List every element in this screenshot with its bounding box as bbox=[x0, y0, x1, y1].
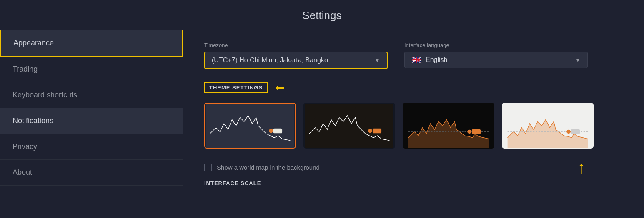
svg-point-6 bbox=[368, 129, 372, 133]
svg-rect-12 bbox=[472, 129, 481, 134]
timezone-group: Timezone (UTC+7) Ho Chi Minh, Jakarta, B… bbox=[204, 42, 388, 69]
svg-point-2 bbox=[269, 129, 273, 133]
svg-rect-4 bbox=[305, 104, 393, 148]
sidebar-item-trading[interactable]: Trading bbox=[0, 57, 183, 82]
timezone-select[interactable]: (UTC+7) Ho Chi Minh, Jakarta, Bangko... … bbox=[204, 52, 388, 69]
world-map-label: Show a world map in the background bbox=[217, 164, 320, 171]
arrow-left-icon: ⬅ bbox=[275, 81, 285, 94]
world-map-checkbox[interactable] bbox=[204, 164, 212, 171]
sidebar: Appearance Trading Keyboard shortcuts No… bbox=[0, 30, 183, 218]
page-title: Settings bbox=[0, 0, 644, 30]
language-chevron-icon: ▼ bbox=[575, 57, 581, 63]
timezone-label: Timezone bbox=[204, 42, 388, 48]
sidebar-label-privacy: Privacy bbox=[13, 142, 37, 151]
theme-cards bbox=[204, 103, 623, 149]
theme-settings-header: THEME SETTINGS ⬅ bbox=[204, 81, 623, 94]
theme-settings-label: THEME SETTINGS bbox=[204, 82, 268, 93]
interface-scale-label: INTERFACE SCALE bbox=[204, 180, 261, 186]
sidebar-label-notifications: Notifications bbox=[13, 116, 53, 125]
svg-point-16 bbox=[566, 130, 571, 134]
theme-card-darker[interactable] bbox=[303, 103, 395, 149]
world-map-row: Show a world map in the background bbox=[204, 164, 623, 171]
up-arrow-icon: ↑ bbox=[577, 158, 586, 178]
theme-card-light[interactable] bbox=[502, 103, 594, 149]
language-group: Interface language 🇬🇧 English ▼ bbox=[404, 42, 588, 69]
language-value: English bbox=[426, 56, 447, 64]
sidebar-item-notifications[interactable]: Notifications bbox=[0, 108, 183, 134]
svg-rect-3 bbox=[273, 129, 282, 134]
timezone-chevron-icon: ▼ bbox=[374, 57, 380, 64]
theme-card-dark[interactable] bbox=[204, 103, 296, 149]
sidebar-item-keyboard-shortcuts[interactable]: Keyboard shortcuts bbox=[0, 82, 183, 108]
sidebar-item-about[interactable]: About bbox=[0, 160, 183, 186]
language-label: Interface language bbox=[404, 42, 588, 48]
svg-point-11 bbox=[467, 130, 471, 134]
sidebar-label-about: About bbox=[13, 168, 32, 177]
sidebar-item-appearance[interactable]: Appearance bbox=[0, 30, 183, 57]
svg-rect-7 bbox=[373, 129, 381, 134]
sidebar-label-trading: Trading bbox=[13, 65, 38, 74]
svg-rect-0 bbox=[206, 104, 294, 148]
svg-rect-17 bbox=[571, 129, 580, 134]
sidebar-label-appearance: Appearance bbox=[13, 39, 54, 47]
sidebar-item-privacy[interactable]: Privacy bbox=[0, 134, 183, 160]
timezone-value: (UTC+7) Ho Chi Minh, Jakarta, Bangko... bbox=[212, 57, 333, 64]
theme-card-black[interactable] bbox=[403, 103, 494, 149]
language-select[interactable]: 🇬🇧 English ▼ bbox=[404, 52, 588, 68]
sidebar-label-keyboard-shortcuts: Keyboard shortcuts bbox=[13, 91, 77, 99]
main-content: Timezone (UTC+7) Ho Chi Minh, Jakarta, B… bbox=[183, 30, 644, 218]
flag-icon: 🇬🇧 bbox=[411, 57, 421, 63]
interface-scale-section: INTERFACE SCALE bbox=[204, 179, 623, 187]
